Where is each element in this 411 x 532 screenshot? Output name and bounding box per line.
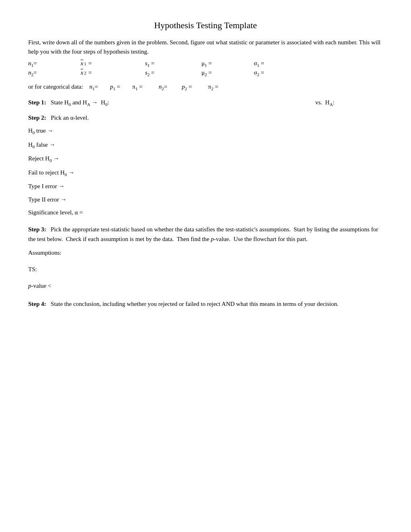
categorical-label: or for categorical data: xyxy=(28,83,83,90)
step4-section: Step 4: State the conclusion, including … xyxy=(28,299,383,309)
page-title: Hypothesis Testing Template xyxy=(28,20,383,31)
step3-section: Step 3: Pick the appropriate test-statis… xyxy=(28,224,383,289)
pvalue-label: p-value < xyxy=(28,283,383,289)
var-n2: n2= xyxy=(28,69,81,77)
bullet-type2: Type II error → xyxy=(28,195,383,204)
step1-row: Step 1: State H0 and HA → H0: vs. HA: xyxy=(28,99,383,107)
var-s1: s1 = xyxy=(145,60,201,68)
bullet-h0-true: H0 true → xyxy=(28,126,383,136)
step3-text: Step 3: Pick the appropriate test-statis… xyxy=(28,224,383,244)
var-mu2: μ2 = xyxy=(201,69,254,77)
bullet-type1: Type I error → xyxy=(28,182,383,191)
step3-label: Step 3: xyxy=(28,226,46,233)
step1-section: Step 1: State H0 and HA → H0: vs. HA: xyxy=(28,99,383,107)
var-sigma1: σ1 = xyxy=(254,60,306,68)
step2-label: Step 2: xyxy=(28,114,46,121)
bullet-h0-false: H0 false → xyxy=(28,140,383,150)
var-xbar1: x1 = xyxy=(81,60,145,68)
step4-label: Step 4: xyxy=(28,301,46,307)
bullets-section: H0 true → H0 false → Reject H0 → Fail to… xyxy=(28,126,383,217)
step1-label: Step 1: xyxy=(28,99,46,106)
step4-text: Step 4: State the conclusion, including … xyxy=(28,299,383,309)
var-xbar2: x2 = xyxy=(81,69,145,77)
var-n1: n1= xyxy=(28,60,81,68)
step2-section: Step 2: Pick an α-level. xyxy=(28,114,383,121)
var-s2: s2 = xyxy=(145,69,201,77)
bullet-reject-h0: Reject H0 → xyxy=(28,154,383,164)
ts-label: TS: xyxy=(28,266,383,273)
bullet-fail-to-reject: Fail to reject H0 → xyxy=(28,168,383,178)
assumptions-label: Assumptions: xyxy=(28,249,383,256)
var-sigma2: σ2 = xyxy=(254,69,306,77)
step2-text: Pick an α-level. xyxy=(48,114,89,121)
step1-right: vs. HA: xyxy=(315,99,383,107)
variables-grid: n1= x1 = s1 = μ1 = σ1 = n2= x2 = s2 = μ2… xyxy=(28,60,383,77)
var-mu1: μ1 = xyxy=(201,60,254,68)
intro-text: First, write down all of the numbers giv… xyxy=(28,38,383,56)
categorical-row: or for categorical data: n1= p1 = π1 = n… xyxy=(28,83,383,91)
bullet-sig-level: Significance level, α = xyxy=(28,208,383,217)
step1-left: Step 1: State H0 and HA → H0: xyxy=(28,99,109,107)
